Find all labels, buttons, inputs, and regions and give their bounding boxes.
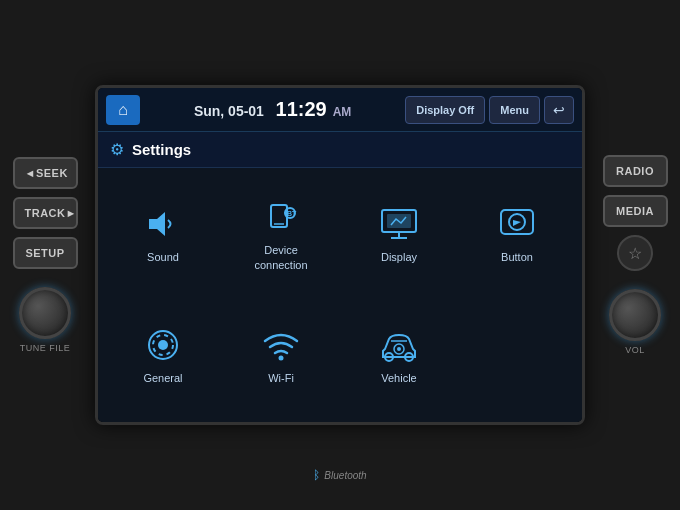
media-button[interactable]: MEDIA [603, 195, 668, 227]
device-connection-icon-wrapper: BT [257, 197, 305, 237]
star-button[interactable]: ☆ [617, 235, 653, 271]
sound-menu-item[interactable]: Sound [106, 176, 220, 293]
button-icon [497, 206, 537, 242]
main-screen: ⌂ Sun, 05-01 11:29 AM Display Off Menu ↩… [95, 85, 585, 425]
setup-button[interactable]: SETUP [13, 237, 78, 269]
sound-label: Sound [147, 250, 179, 264]
sound-icon-wrapper [139, 204, 187, 244]
settings-label: Settings [132, 141, 191, 158]
car-infotainment-unit: ◄SEEK TRACK► SETUP TUNE FILE ⌂ Sun, 05-0… [0, 0, 680, 510]
vehicle-icon-wrapper [375, 325, 423, 365]
tune-knob[interactable] [19, 287, 71, 339]
display-label: Display [381, 250, 417, 264]
ampm-text: AM [333, 105, 352, 119]
vol-knob[interactable] [609, 289, 661, 341]
vehicle-label: Vehicle [381, 371, 416, 385]
general-icon [144, 326, 182, 364]
bluetooth-icon: ᛒ [313, 468, 320, 482]
header-right-buttons: Display Off Menu ↩ [405, 96, 574, 124]
device-connection-label: Device connection [254, 243, 307, 272]
tune-knob-container: TUNE FILE [19, 287, 71, 353]
wifi-icon [261, 327, 301, 363]
device-connection-icon: BT [263, 199, 299, 235]
display-icon [379, 207, 419, 241]
screen-content: ⌂ Sun, 05-01 11:29 AM Display Off Menu ↩… [98, 88, 582, 422]
settings-bar: ⚙ Settings [98, 132, 582, 168]
back-button[interactable]: ↩ [544, 96, 574, 124]
wifi-icon-wrapper [257, 325, 305, 365]
device-connection-menu-item[interactable]: BT Device connection [224, 176, 338, 293]
home-button[interactable]: ⌂ [106, 95, 140, 125]
svg-marker-0 [149, 212, 165, 236]
seek-back-button[interactable]: ◄SEEK [13, 157, 78, 189]
general-menu-item[interactable]: General [106, 297, 220, 414]
left-side-controls: ◄SEEK TRACK► SETUP TUNE FILE [0, 0, 90, 510]
general-label: General [143, 371, 182, 385]
svg-point-18 [397, 347, 401, 351]
home-icon: ⌂ [118, 101, 128, 119]
button-label: Button [501, 250, 533, 264]
bluetooth-bar: ᛒ Bluetooth [313, 468, 366, 482]
track-forward-button[interactable]: TRACK► [13, 197, 78, 229]
right-side-controls: RADIO MEDIA ☆ VOL [590, 0, 680, 510]
radio-button[interactable]: RADIO [603, 155, 668, 187]
general-icon-wrapper [139, 325, 187, 365]
svg-point-14 [279, 356, 284, 361]
button-menu-item[interactable]: Button [460, 176, 574, 293]
header-bar: ⌂ Sun, 05-01 11:29 AM Display Off Menu ↩ [98, 88, 582, 132]
empty-cell [460, 297, 574, 414]
sound-icon [145, 208, 181, 240]
svg-point-12 [158, 340, 168, 350]
time-text: 11:29 [276, 98, 327, 120]
date-text: Sun, 05-01 [194, 103, 264, 119]
datetime-display: Sun, 05-01 11:29 AM [148, 98, 397, 121]
tune-knob-label: TUNE FILE [20, 343, 71, 353]
display-off-button[interactable]: Display Off [405, 96, 485, 124]
vol-knob-label: VOL [625, 345, 645, 355]
vehicle-icon [377, 327, 421, 363]
svg-text:BT: BT [287, 210, 297, 217]
display-icon-wrapper [375, 204, 423, 244]
wifi-label: Wi-Fi [268, 371, 294, 385]
vehicle-menu-item[interactable]: Vehicle [342, 297, 456, 414]
bluetooth-label: Bluetooth [324, 470, 366, 481]
settings-gear-icon: ⚙ [110, 140, 124, 159]
button-icon-wrapper [493, 204, 541, 244]
vol-knob-container: VOL [609, 289, 661, 355]
display-menu-item[interactable]: Display [342, 176, 456, 293]
wifi-menu-item[interactable]: Wi-Fi [224, 297, 338, 414]
menu-button[interactable]: Menu [489, 96, 540, 124]
